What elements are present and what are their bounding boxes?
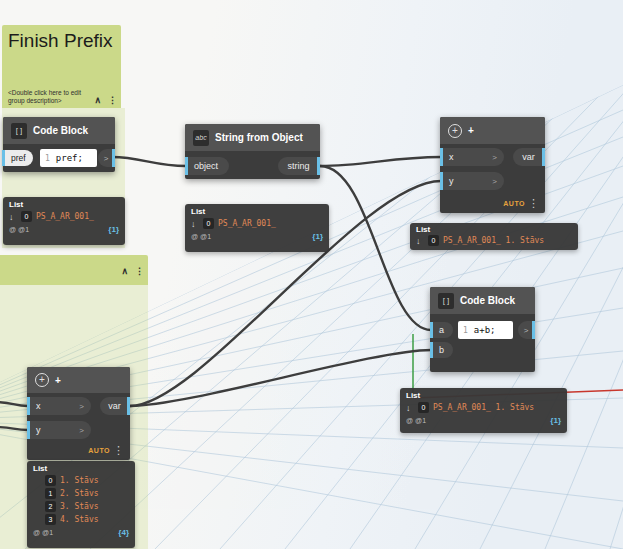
- node-title: +: [55, 375, 61, 386]
- item-value: 3. Stāvs: [60, 502, 99, 511]
- node-title: Code Block: [460, 295, 515, 306]
- node-title: Code Block: [33, 125, 88, 136]
- preview-bubble-string[interactable]: List ↓ 0 PS_A_AR_001_ @ @1 {1}: [185, 204, 329, 252]
- port-label: x: [449, 152, 454, 162]
- node-menu-icon[interactable]: ⋮: [528, 197, 539, 210]
- preview-bubble-levels[interactable]: List 0 1. Stāvs 1 2. Stāvs 2 3. Stāvs 3 …: [27, 461, 135, 548]
- index-badge: 0: [203, 218, 214, 229]
- port-in-object[interactable]: object: [185, 157, 229, 175]
- port-label: pref: [11, 153, 26, 163]
- port-label: var: [108, 401, 121, 411]
- preview-type: List: [191, 207, 323, 216]
- item-value: 4. Stāvs: [60, 515, 99, 524]
- index-badge: 0: [418, 402, 429, 413]
- list-item: ↓ 0 PS_A_AR_001_: [191, 218, 323, 229]
- group-menu-icon[interactable]: ⋮: [108, 95, 117, 105]
- list-item: ↓ 0 PS_A_AR_001_: [9, 211, 119, 222]
- port-out-var[interactable]: var: [100, 397, 130, 415]
- port-in-y[interactable]: y >: [440, 172, 504, 190]
- index-badge: 0: [45, 475, 56, 486]
- node-header[interactable]: [ ] Code Block: [3, 117, 115, 144]
- port-label: b: [439, 345, 444, 355]
- node-header[interactable]: + +: [27, 367, 130, 393]
- group-collapse-icon[interactable]: ∧: [121, 266, 128, 276]
- node-menu-icon[interactable]: ⋮: [113, 444, 124, 457]
- port-in-x[interactable]: x >: [440, 148, 504, 166]
- port-label: var: [522, 152, 535, 162]
- line-number: 1: [463, 326, 468, 335]
- preview-bubble-plus-top[interactable]: List ↓ 0 PS_A_AR_001_ 1. Stāvs: [410, 223, 578, 250]
- levels-icon[interactable]: @ @1: [406, 417, 426, 424]
- levels-icon[interactable]: @ @1: [33, 529, 53, 536]
- group-bottom-header[interactable]: ∧ ⋮: [0, 255, 148, 285]
- preview-type: List: [9, 200, 119, 209]
- node-header[interactable]: + +: [440, 117, 545, 144]
- list-item: ↓ 0 PS_A_AR_001_ 1. Stāvs: [416, 235, 572, 246]
- lacing-indicator[interactable]: AUTO: [503, 200, 525, 207]
- port-out-var[interactable]: var: [513, 148, 545, 166]
- lacing-indicator[interactable]: AUTO: [88, 447, 110, 454]
- depth-badge: {4}: [118, 528, 129, 537]
- plus-icon: +: [448, 124, 462, 138]
- node-header[interactable]: [ ] Code Block: [430, 287, 535, 314]
- wire-string-to-plus-x[interactable]: [320, 157, 441, 166]
- canvas-background[interactable]: Finish Prefix <Double click here to edit…: [0, 0, 623, 549]
- list-item: 2 3. Stāvs: [33, 501, 129, 512]
- default-chevron: >: [484, 153, 497, 162]
- port-out[interactable]: >: [518, 321, 535, 339]
- code-block-icon: [ ]: [438, 293, 454, 309]
- port-label: y: [36, 425, 41, 435]
- code-block-icon: [ ]: [11, 123, 27, 139]
- levels-icon[interactable]: @ @1: [9, 226, 29, 233]
- port-label: a: [439, 325, 444, 335]
- group-title: Finish Prefix: [2, 25, 121, 52]
- port-in-x[interactable]: x >: [27, 397, 91, 415]
- list-item: 0 1. Stāvs: [33, 475, 129, 486]
- index-badge: 3: [45, 514, 56, 525]
- list-item: 3 4. Stāvs: [33, 514, 129, 525]
- expand-arrow-icon[interactable]: ↓: [416, 236, 424, 246]
- default-chevron: >: [71, 402, 84, 411]
- node-plus-top: + + x > var y > AUTO ⋮: [440, 117, 545, 213]
- node-header[interactable]: abc String from Object: [185, 124, 320, 151]
- group-collapse-icon[interactable]: ∧: [94, 95, 101, 105]
- port-out-string[interactable]: string: [278, 157, 320, 175]
- node-code-block-concat: [ ] Code Block a b 1 a+b; >: [430, 287, 535, 372]
- abc-icon: abc: [193, 130, 209, 146]
- plus-icon: +: [35, 373, 49, 387]
- node-title: +: [468, 125, 474, 136]
- port-label: x: [36, 401, 41, 411]
- expand-arrow-icon[interactable]: ↓: [406, 403, 414, 413]
- line-number: 1: [45, 154, 50, 163]
- index-badge: 1: [45, 488, 56, 499]
- port-label: string: [287, 161, 309, 171]
- item-value: PS_A_AR_001_ 1. Stāvs: [433, 403, 534, 412]
- default-chevron: >: [484, 177, 497, 186]
- group-finish-prefix-header[interactable]: Finish Prefix <Double click here to edit…: [2, 25, 121, 108]
- code-editor[interactable]: 1 a+b;: [458, 321, 513, 339]
- code-text: a+b;: [474, 325, 496, 335]
- index-badge: 0: [21, 211, 32, 222]
- preview-bubble-prefix[interactable]: List ↓ 0 PS_A_AR_001_ @ @1 {1}: [3, 197, 125, 245]
- expand-arrow-icon[interactable]: ↓: [191, 219, 199, 229]
- preview-bubble-concat[interactable]: List ↓ 0 PS_A_AR_001_ 1. Stāvs @ @1 {1}: [400, 388, 567, 433]
- port-in-pref[interactable]: pref: [2, 150, 33, 166]
- node-title: String from Object: [215, 132, 303, 143]
- group-description[interactable]: <Double click here to edit group descrip…: [8, 89, 95, 105]
- port-chevron: >: [524, 326, 529, 335]
- preview-type: List: [416, 225, 572, 234]
- port-label: object: [194, 161, 218, 171]
- port-in-y[interactable]: y >: [27, 421, 91, 439]
- group-menu-icon[interactable]: ⋮: [135, 266, 144, 276]
- code-text: pref;: [56, 153, 83, 163]
- port-in-b[interactable]: b: [430, 342, 453, 358]
- preview-type: List: [406, 391, 561, 400]
- wire-plusbottom-to-codeblock-b[interactable]: [130, 350, 431, 406]
- depth-badge: {1}: [108, 225, 119, 234]
- port-out[interactable]: >: [98, 149, 115, 167]
- code-editor[interactable]: 1 pref;: [40, 149, 97, 167]
- port-in-a[interactable]: a: [430, 322, 453, 338]
- levels-icon[interactable]: @ @1: [191, 233, 211, 240]
- expand-arrow-icon[interactable]: ↓: [9, 212, 17, 222]
- item-value: PS_A_AR_001_: [218, 219, 276, 228]
